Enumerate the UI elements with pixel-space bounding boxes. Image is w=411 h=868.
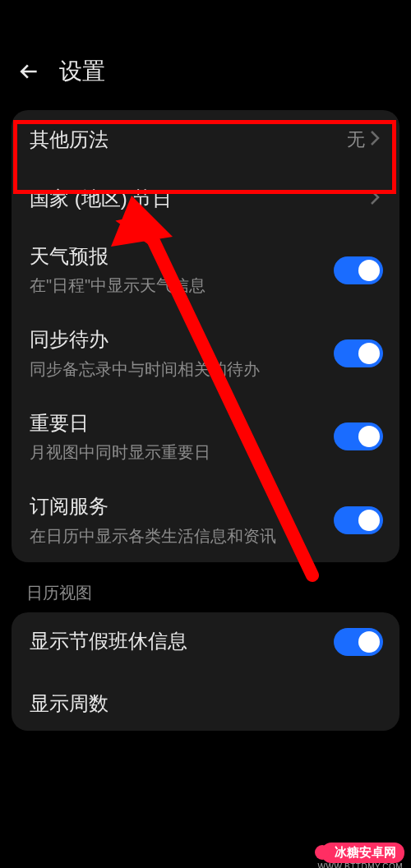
row-important-days[interactable]: 重要日 月视图中同时显示重要日 [12, 395, 399, 478]
row-subtitle: 在日历中显示各类生活信息和资讯 [30, 525, 293, 547]
toggle-sync-todo[interactable] [334, 339, 383, 367]
row-subtitle: 同步备忘录中与时间相关的待办 [30, 358, 293, 381]
row-sync-todo[interactable]: 同步待办 同步备忘录中与时间相关的待办 [12, 312, 399, 395]
settings-panel-2: 显示节假班休信息 显示周数 [12, 612, 399, 731]
row-title: 天气预报 [30, 243, 334, 270]
toggle-weather[interactable] [334, 256, 383, 284]
row-subscribe[interactable]: 订阅服务 在日历中显示各类生活信息和资讯 [12, 478, 399, 561]
toggle-holiday-info[interactable] [334, 628, 383, 656]
page-title: 设置 [59, 56, 105, 87]
row-value: 无 [347, 127, 365, 152]
back-button[interactable] [16, 58, 43, 85]
watermark-brand: 冰糖安卓网 [335, 845, 396, 859]
row-subtitle: 月视图中同时显示重要日 [30, 441, 293, 464]
row-title: 显示节假班休信息 [30, 628, 334, 654]
section-label-calendar-view: 日历视图 [0, 582, 411, 612]
row-weather[interactable]: 天气预报 在"日程"中显示天气信息 [12, 229, 399, 312]
row-title: 国家 (地区) 节日 [30, 186, 370, 212]
watermark-url: WWW.BTTDMY.COM [318, 862, 403, 868]
toggle-subscribe[interactable] [334, 506, 383, 534]
row-title: 同步待办 [30, 326, 334, 353]
row-region-holidays[interactable]: 国家 (地区) 节日 [12, 169, 399, 229]
row-holiday-info[interactable]: 显示节假班休信息 [12, 612, 399, 672]
row-other-calendars[interactable]: 其他历法 无 [12, 110, 399, 169]
row-title: 其他历法 [30, 127, 347, 153]
chevron-right-icon [370, 130, 383, 150]
row-subtitle: 在"日程"中显示天气信息 [30, 275, 293, 297]
row-title: 订阅服务 [30, 493, 334, 519]
chevron-right-icon [370, 189, 383, 209]
header: 设置 [0, 38, 411, 110]
row-week-numbers[interactable]: 显示周数 [12, 672, 399, 731]
row-title: 重要日 [30, 410, 334, 436]
settings-panel-1: 其他历法 无 国家 (地区) 节日 天气预报 在"日程"中显示天气信息 同步待办… [12, 110, 399, 562]
row-title: 显示周数 [30, 690, 383, 717]
toggle-important-days[interactable] [334, 422, 383, 450]
status-bar [0, 0, 411, 38]
